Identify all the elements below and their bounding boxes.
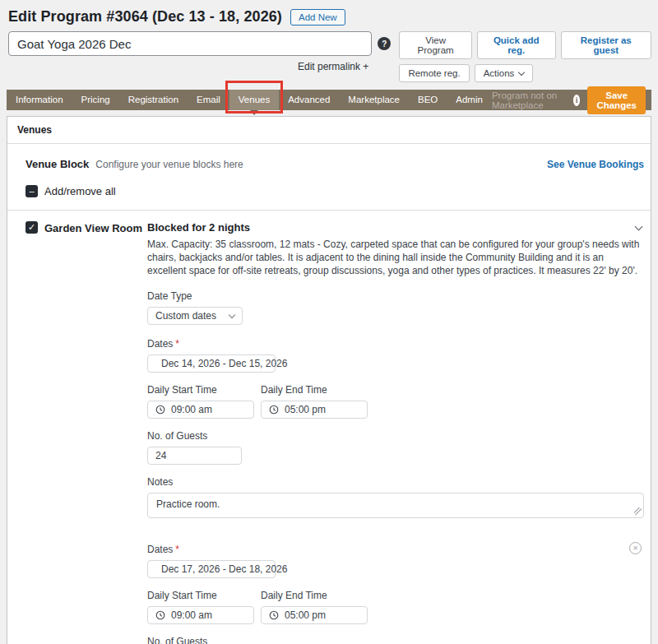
blocked-summary: Blocked for 2 nights xyxy=(147,221,644,234)
daily-end-time-input[interactable]: 05:00 pm xyxy=(261,606,368,624)
tab-admin[interactable]: Admin xyxy=(447,90,492,110)
indeterminate-checkbox-icon[interactable]: – xyxy=(25,185,38,197)
date-type-select[interactable]: Custom dates xyxy=(147,307,243,325)
daily-start-time-input[interactable]: 09:00 am xyxy=(147,606,254,624)
program-name-input[interactable] xyxy=(8,31,372,56)
chevron-down-icon xyxy=(229,311,235,317)
dates-label: Dates* xyxy=(147,544,644,555)
tab-venues-label: Venues xyxy=(239,95,270,104)
daily-end-time-label: Daily End Time xyxy=(261,384,368,396)
dates-value: Dec 14, 2026 - Dec 15, 2026 xyxy=(161,358,287,369)
venues-panel: Venues Venue Block Configure your venue … xyxy=(7,116,651,644)
notes-textarea[interactable]: Practice room. xyxy=(147,493,644,518)
venues-section-title: Venues xyxy=(7,117,651,144)
tab-bar: Information Pricing Registration Email V… xyxy=(7,90,651,110)
daily-end-time-value: 05:00 pm xyxy=(285,609,326,621)
info-icon[interactable]: i xyxy=(573,95,581,106)
edit-permalink-link[interactable]: Edit permalink + xyxy=(8,61,372,72)
daily-end-time-input[interactable]: 05:00 pm xyxy=(261,401,368,419)
dates-label: Dates* xyxy=(147,338,644,350)
tab-venues[interactable]: Venues xyxy=(229,90,279,110)
quick-add-reg-button[interactable]: Quick add reg. xyxy=(477,31,556,59)
daily-end-time-value: 05:00 pm xyxy=(285,404,326,415)
daily-start-time-input[interactable]: 09:00 am xyxy=(147,401,254,419)
required-asterisk: * xyxy=(175,338,179,350)
see-venue-bookings-link[interactable]: See Venue Bookings xyxy=(547,159,644,170)
remote-reg-button[interactable]: Remote reg. xyxy=(399,64,469,82)
actions-dropdown-button[interactable]: Actions xyxy=(475,64,534,82)
date-range-block-1: Dates* Dec 14, 2026 - Dec 15, 2026 Daily… xyxy=(147,338,644,518)
page-header: Edit Program #3064 (Dec 13 - 18, 2026) A… xyxy=(0,0,658,82)
page-title: Edit Program #3064 (Dec 13 - 18, 2026) xyxy=(8,8,282,25)
tab-marketplace[interactable]: Marketplace xyxy=(339,90,409,110)
guests-label: No. of Guests xyxy=(147,636,644,644)
date-range-block-2: ✕ Dates* Dec 17, 2026 - Dec 18, 2026 Dai… xyxy=(147,544,644,644)
required-asterisk: * xyxy=(175,544,179,555)
daily-end-time-label: Daily End Time xyxy=(261,590,368,601)
date-type-value: Custom dates xyxy=(155,310,216,322)
tab-beo[interactable]: BEO xyxy=(409,90,447,110)
dates-input[interactable]: Dec 14, 2026 - Dec 15, 2026 xyxy=(147,354,276,373)
tab-advanced[interactable]: Advanced xyxy=(279,90,339,110)
venue-block-header: Venue Block Configure your venue blocks … xyxy=(25,158,646,170)
date-type-label: Date Type xyxy=(147,290,644,302)
tab-registration[interactable]: Registration xyxy=(119,90,188,110)
clock-icon xyxy=(155,405,165,415)
dates-value: Dec 17, 2026 - Dec 18, 2026 xyxy=(161,563,287,575)
save-changes-button[interactable]: Save Changes xyxy=(587,86,646,114)
tab-information[interactable]: Information xyxy=(7,90,72,110)
register-as-guest-button[interactable]: Register as guest xyxy=(561,31,651,59)
add-remove-all-label: Add/remove all xyxy=(44,185,116,197)
venue-description: Max. Capacity: 35 classroom, 12 mats - C… xyxy=(147,238,641,277)
guests-label: No. of Guests xyxy=(147,430,644,442)
add-remove-all-toggle[interactable]: – Add/remove all xyxy=(25,185,646,197)
guests-value: 24 xyxy=(155,450,166,461)
add-new-button[interactable]: Add New xyxy=(290,9,345,25)
marketplace-status-text: Program not on Marketplace xyxy=(492,90,566,110)
venue-row-garden-view-room: ✓ Garden View Room Blocked for 2 nights … xyxy=(25,211,646,644)
daily-start-time-value: 09:00 am xyxy=(171,404,212,415)
venue-block-hint: Configure your venue blocks here xyxy=(95,159,243,170)
clock-icon xyxy=(155,610,165,620)
daily-start-time-label: Daily Start Time xyxy=(147,384,254,396)
chevron-down-icon xyxy=(518,68,525,75)
daily-start-time-value: 09:00 am xyxy=(171,609,212,621)
view-program-button[interactable]: View Program xyxy=(399,31,471,59)
tab-pricing[interactable]: Pricing xyxy=(72,90,119,110)
clock-icon xyxy=(269,610,279,620)
venue-name: Garden View Room xyxy=(44,222,142,234)
dates-input[interactable]: Dec 17, 2026 - Dec 18, 2026 xyxy=(147,560,276,578)
daily-start-time-label: Daily Start Time xyxy=(147,590,254,601)
clock-icon xyxy=(269,405,279,415)
remove-range-icon[interactable]: ✕ xyxy=(629,542,642,554)
tab-email[interactable]: Email xyxy=(188,90,229,110)
venue-block-title: Venue Block xyxy=(25,158,89,170)
checked-checkbox-icon[interactable]: ✓ xyxy=(25,221,38,234)
actions-label: Actions xyxy=(484,68,515,78)
help-icon[interactable]: ? xyxy=(378,37,391,50)
guests-input[interactable]: 24 xyxy=(147,447,242,465)
notes-label: Notes xyxy=(147,476,644,488)
